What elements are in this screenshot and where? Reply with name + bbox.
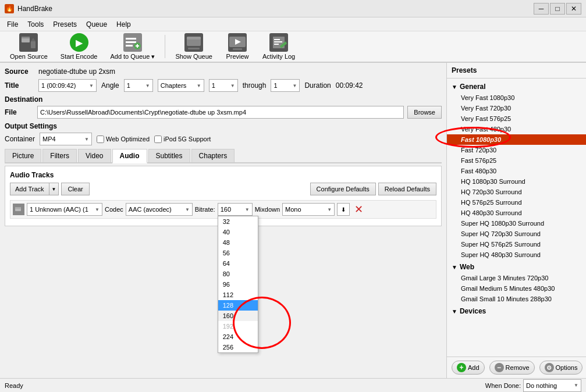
menu-file[interactable]: File	[2, 19, 23, 30]
angle-select[interactable]: 1 ▼	[124, 79, 153, 92]
add-track-arrow-icon[interactable]: ▼	[49, 183, 59, 195]
status-text: Ready	[5, 382, 23, 389]
codec-select[interactable]: AAC (avcodec) ▼	[126, 203, 193, 216]
add-to-queue-button[interactable]: Add to Queue ▾	[105, 30, 160, 63]
chapters-start-chevron-icon: ▼	[230, 83, 235, 88]
menu-help[interactable]: Help	[112, 19, 136, 30]
bitrate-option-56[interactable]: 56	[218, 248, 258, 258]
bitrate-option-256[interactable]: 256	[218, 342, 258, 352]
svg-rect-11	[137, 44, 138, 48]
activity-log-button[interactable]: Activity Log	[257, 30, 300, 63]
container-select[interactable]: MP4 ▼	[40, 133, 92, 145]
when-done-select[interactable]: Do nothing ▼	[523, 379, 581, 392]
add-preset-label: Add	[468, 364, 480, 371]
play-icon: ▶	[70, 33, 88, 52]
preset-very-fast-480p30[interactable]: Very Fast 480p30	[447, 124, 586, 134]
configure-defaults-button[interactable]: Configure Defaults	[310, 183, 376, 195]
bitrate-option-48[interactable]: 48	[218, 237, 258, 248]
maximize-button[interactable]: □	[550, 3, 565, 15]
preset-super-hq-720p30-surround[interactable]: Super HQ 720p30 Surround	[447, 229, 586, 239]
preset-gmail-small[interactable]: Gmail Small 10 Minutes 288p30	[447, 294, 586, 304]
preset-group-devices-header[interactable]: ▼ Devices	[447, 305, 586, 317]
bitrate-option-40[interactable]: 40	[218, 227, 258, 237]
add-preset-button[interactable]: + Add	[452, 361, 485, 375]
bitrate-option-192[interactable]: 192	[218, 321, 258, 332]
bitrate-option-80[interactable]: 80	[218, 269, 258, 279]
web-optimized-checkbox[interactable]	[97, 136, 104, 143]
bitrate-option-224[interactable]: 224	[218, 332, 258, 342]
menu-presets[interactable]: Presets	[48, 19, 81, 30]
bitrate-option-160[interactable]: 160	[218, 311, 258, 321]
preset-very-fast-576p25[interactable]: Very Fast 576p25	[447, 113, 586, 124]
duration-label: Duration	[304, 81, 331, 90]
open-source-button[interactable]: Open Source	[5, 30, 53, 63]
chapters-start-select[interactable]: 1 ▼	[209, 79, 238, 92]
menu-queue[interactable]: Queue	[81, 19, 112, 30]
audio-section: Audio Tracks Add Track ▼ Clear Configure…	[5, 166, 442, 226]
preset-gmail-large[interactable]: Gmail Large 3 Minutes 720p30	[447, 273, 586, 283]
browse-button[interactable]: Browse	[407, 106, 442, 119]
clear-button[interactable]: Clear	[61, 183, 89, 195]
preset-super-hq-576p25-surround[interactable]: Super HQ 576p25 Surround	[447, 239, 586, 250]
close-button[interactable]: ✕	[566, 3, 581, 15]
title-select[interactable]: 1 (00:09:42) ▼	[38, 79, 97, 92]
reload-defaults-button[interactable]: Reload Defaults	[378, 183, 436, 195]
tab-subtitles[interactable]: Subtitles	[148, 149, 190, 162]
tab-video[interactable]: Video	[78, 149, 111, 162]
svg-rect-3	[31, 41, 35, 48]
app-title: HandBrake	[17, 5, 52, 13]
minimize-button[interactable]: ─	[534, 3, 549, 15]
chapters-end-select[interactable]: 1 ▼	[271, 79, 300, 92]
add-track-button[interactable]: Add Track ▼	[10, 183, 59, 195]
preset-hq-576p25-surround[interactable]: HQ 576p25 Surround	[447, 197, 586, 208]
bitrate-option-128[interactable]: 128	[218, 300, 258, 311]
preset-hq-720p30-surround[interactable]: HQ 720p30 Surround	[447, 187, 586, 197]
ipod-support-label[interactable]: iPod 5G Support	[154, 136, 211, 143]
bitrate-select[interactable]: 160 ▼	[218, 203, 253, 216]
start-encode-button[interactable]: ▶ Start Encode	[55, 30, 103, 63]
menu-bar: File Tools Presets Queue Help	[0, 17, 586, 31]
preset-group-general-header[interactable]: ▼ General	[447, 81, 586, 92]
tabs-container: Picture Filters Video Audio Subtitles Ch…	[5, 149, 442, 163]
bitrate-option-112[interactable]: 112	[218, 290, 258, 300]
preset-fast-720p30[interactable]: Fast 720p30	[447, 145, 586, 155]
track-name-select[interactable]: 1 Unknown (AAC) (1 ▼	[27, 203, 102, 216]
chapters-end-chevron-icon: ▼	[292, 83, 297, 88]
bitrate-chevron-icon: ▼	[245, 207, 250, 212]
extra-options-button[interactable]: ⬇	[337, 203, 350, 216]
bitrate-option-64[interactable]: 64	[218, 258, 258, 269]
show-queue-button[interactable]: Show Queue	[170, 30, 218, 63]
tab-audio[interactable]: Audio	[112, 149, 147, 163]
web-optimized-label[interactable]: Web Optimized	[97, 136, 150, 143]
remove-preset-label: Remove	[506, 364, 530, 371]
chapters-select[interactable]: Chapters ▼	[158, 79, 204, 92]
bitrate-option-32[interactable]: 32	[218, 216, 258, 227]
preset-super-hq-1080p30-surround[interactable]: Super HQ 1080p30 Surround	[447, 218, 586, 229]
output-settings-title: Output Settings	[5, 122, 442, 130]
svg-rect-8	[126, 45, 133, 47]
window-controls[interactable]: ─ □ ✕	[534, 3, 581, 15]
preset-gmail-medium[interactable]: Gmail Medium 5 Minutes 480p30	[447, 283, 586, 294]
mixdown-select[interactable]: Mono ▼	[282, 203, 335, 216]
preset-group-web-header[interactable]: ▼ Web	[447, 261, 586, 273]
ipod-support-checkbox[interactable]	[154, 136, 162, 143]
preset-very-fast-720p30[interactable]: Very Fast 720p30	[447, 103, 586, 113]
bitrate-option-96[interactable]: 96	[218, 279, 258, 290]
tab-chapters[interactable]: Chapters	[191, 149, 235, 162]
preset-hq-480p30-surround[interactable]: HQ 480p30 Surround	[447, 208, 586, 218]
preset-group-devices-label: Devices	[460, 307, 486, 315]
file-input[interactable]	[37, 106, 404, 119]
tab-picture[interactable]: Picture	[5, 149, 41, 162]
preset-very-fast-1080p30[interactable]: Very Fast 1080p30	[447, 92, 586, 103]
remove-preset-button[interactable]: − Remove	[489, 361, 535, 375]
preset-fast-480p30[interactable]: Fast 480p30	[447, 166, 586, 176]
preset-fast-576p25[interactable]: Fast 576p25	[447, 155, 586, 166]
menu-tools[interactable]: Tools	[23, 19, 48, 30]
options-preset-button[interactable]: ⚙ Options	[539, 361, 583, 375]
tab-filters[interactable]: Filters	[42, 149, 77, 162]
preview-button[interactable]: Preview	[220, 30, 255, 63]
preset-super-hq-480p30-surround[interactable]: Super HQ 480p30 Surround	[447, 250, 586, 260]
preset-hq-1080p30-surround[interactable]: HQ 1080p30 Surround	[447, 176, 586, 187]
delete-track-button[interactable]: ✕	[352, 203, 365, 216]
preset-fast-1080p30[interactable]: Fast 1080p30	[447, 134, 586, 145]
